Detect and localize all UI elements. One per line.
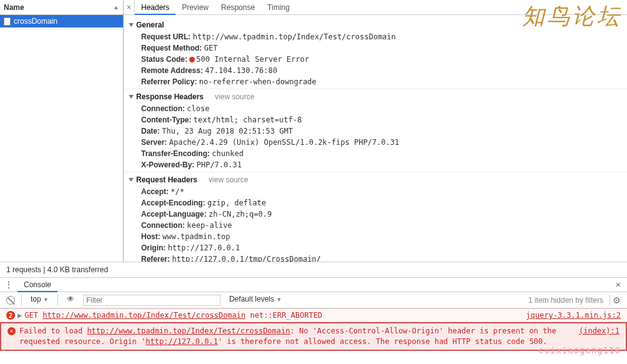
drawer-menu-icon[interactable]: ⋮ <box>0 280 17 289</box>
error-count-badge: 2 <box>6 311 15 320</box>
value-refpolicy: no-referrer-when-downgrade <box>199 77 317 86</box>
value-remote: 47.104.130.76:80 <box>205 66 277 75</box>
request-name: crossDomain <box>14 17 57 26</box>
list-header[interactable]: Name ▲ <box>0 0 123 15</box>
error-icon: ✕ <box>7 327 16 335</box>
settings-icon[interactable]: ⚙ <box>613 295 621 305</box>
hidden-count[interactable]: 1 item hidden by filters <box>528 296 603 305</box>
tab-timing[interactable]: Timing <box>261 0 296 15</box>
label-request-url: Request URL: <box>141 32 190 41</box>
label-status: Status Code: <box>141 55 187 64</box>
document-icon <box>4 17 11 26</box>
tab-headers[interactable]: Headers <box>135 0 175 15</box>
msg-method: GET <box>24 311 38 320</box>
clear-console-icon[interactable] <box>6 296 15 305</box>
section-general[interactable]: General <box>129 19 622 31</box>
close-icon[interactable]: × <box>124 0 135 15</box>
live-expression-icon[interactable]: 👁 <box>63 295 78 306</box>
value-status: 500 Internal Server Error <box>196 55 309 64</box>
details-panel: × Headers Preview Response Timing Genera… <box>124 0 627 262</box>
msg-source-link[interactable]: jquery-3.3.1.min.js:2 <box>526 311 621 320</box>
console-tab[interactable]: Console <box>17 277 57 292</box>
value-request-url: http://www.tpadmin.top/Index/Test/crossD… <box>193 32 396 41</box>
details-tabs: × Headers Preview Response Timing <box>124 0 627 15</box>
msg-error: net::ERR_ABORTED <box>250 311 323 320</box>
close-drawer-icon[interactable]: × <box>610 280 627 290</box>
console-drawer-header: ⋮ Console × <box>0 277 627 292</box>
label-refpolicy: Referrer Policy: <box>141 77 197 86</box>
headers-body[interactable]: General Request URL: http://www.tpadmin.… <box>124 15 627 262</box>
value-method: GET <box>204 44 218 52</box>
msg-url[interactable]: http://www.tpadmin.top/Index/Test/crossD… <box>42 311 245 320</box>
watermark-user: cuixiaogang110 <box>538 345 621 355</box>
request-row-selected[interactable]: crossDomain <box>0 15 123 27</box>
requests-list-panel: Name ▲ crossDomain <box>0 0 124 262</box>
levels-selector[interactable]: Default levels ▼ <box>225 295 285 306</box>
column-name: Name <box>4 3 24 12</box>
expand-icon[interactable]: ▶ <box>17 311 22 320</box>
msg-text: Failed to load http://www.tpadmin.top/In… <box>19 326 579 347</box>
section-request-headers[interactable]: Request Headersview source <box>129 174 622 186</box>
view-source-link[interactable]: view source <box>215 92 254 101</box>
sort-icon[interactable]: ▲ <box>113 4 119 11</box>
tab-response[interactable]: Response <box>215 0 261 15</box>
label-remote: Remote Address: <box>141 66 203 75</box>
msg-source-link[interactable]: (index):1 <box>579 326 620 337</box>
context-selector[interactable]: top ▼ <box>27 295 52 306</box>
status-dot-icon <box>189 57 195 62</box>
label-method: Request Method: <box>141 44 202 52</box>
console-message-cors-error[interactable]: ✕ Failed to load http://www.tpadmin.top/… <box>0 322 627 351</box>
filter-input[interactable] <box>83 295 220 306</box>
console-message-error[interactable]: 2 ▶ GET http://www.tpadmin.top/Index/Tes… <box>0 308 627 322</box>
section-response-headers[interactable]: Response Headersview source <box>129 91 622 103</box>
console-filter-bar: top ▼ 👁 Default levels ▼ 1 item hidden b… <box>0 292 627 308</box>
status-bar: 1 requests | 4.0 KB transferred <box>0 262 627 277</box>
view-source-link[interactable]: view source <box>209 175 248 184</box>
tab-preview[interactable]: Preview <box>175 0 215 15</box>
